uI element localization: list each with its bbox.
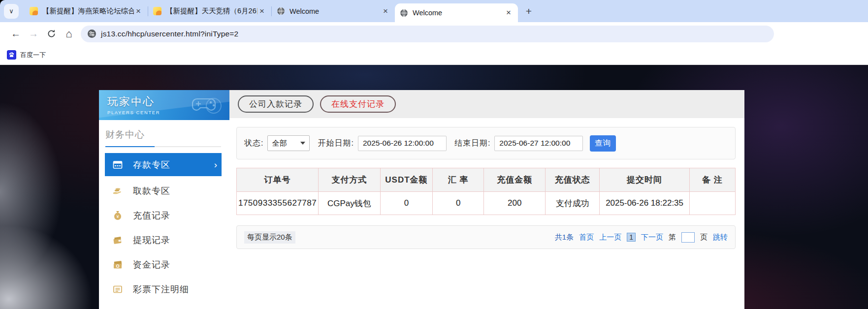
sidebar-item-label: 充值记录 (133, 210, 170, 221)
bookmark-label: 百度一下 (20, 51, 46, 60)
col-remark: 备 注 (689, 168, 735, 192)
next-page-link[interactable]: 下一页 (641, 233, 663, 242)
cell-submit-time: 2025-06-26 18:22:35 (600, 192, 689, 215)
forum-favicon (153, 7, 161, 15)
sidebar-item-fund-records[interactable]: 资金记录 (99, 252, 229, 277)
moneybag-icon: ¥ (112, 210, 123, 221)
deposit-card-icon (112, 159, 123, 170)
pager-controls: 共1条 首页 上一页 1 下一页 第 页 跳转 (555, 232, 728, 243)
table-header-row: 订单号 支付方式 USDT金额 汇 率 充值金额 充值状态 提交时间 备 注 (237, 168, 736, 192)
bookmark-baidu[interactable]: 百度一下 (7, 50, 46, 60)
player-center-panel: 玩家中心 PLAYERS CENTER 财务中心 (99, 90, 744, 309)
forward-arrow-icon: → (29, 28, 38, 39)
section-divider (105, 146, 221, 147)
url-text[interactable]: js13.cc/hhcp/usercenter.html?iniType=2 (101, 30, 238, 38)
tab-welcome-active[interactable]: Welcome × (395, 3, 518, 22)
col-payment-method: 支付方式 (319, 168, 381, 192)
tab-company-deposit-records[interactable]: 公司入款记录 (238, 95, 314, 113)
sidebar-banner: 玩家中心 PLAYERS CENTER (99, 90, 229, 120)
first-page-link[interactable]: 首页 (579, 233, 594, 242)
sidebar-menu: 存款专区 › 取款专区 ¥ 充值记录 (99, 153, 229, 302)
tab-title: 【新提醒】天天竞猜（6月26日 (166, 6, 257, 16)
baidu-paw-icon (7, 50, 16, 60)
home-button[interactable]: ⌂ (60, 25, 78, 43)
current-page-badge: 1 (627, 233, 636, 242)
globe-icon (400, 9, 408, 17)
tab-welcome-1[interactable]: Welcome × (272, 0, 395, 22)
col-recharge-status: 充值状态 (546, 168, 600, 192)
tab-forum-2[interactable]: 【新提醒】天天竞猜（6月26日 × (148, 0, 271, 22)
chevron-down-icon (300, 142, 305, 145)
cell-order-number: 1750933355627787 (237, 192, 319, 215)
list-icon (112, 284, 123, 295)
sidebar-item-recharge-records[interactable]: ¥ 充值记录 (99, 203, 229, 228)
forum-favicon (30, 7, 38, 15)
jump-link[interactable]: 跳转 (713, 233, 728, 242)
end-date-label: 结束日期: (454, 138, 490, 149)
pagination-bar: 每页显示20条 共1条 首页 上一页 1 下一页 第 页 跳转 (236, 225, 736, 249)
jump-page-input[interactable] (681, 232, 695, 243)
tab-search-button[interactable]: ∨ (4, 4, 19, 19)
globe-icon (277, 7, 285, 15)
sidebar-item-label: 取款专区 (133, 185, 170, 197)
sidebar-item-label: 彩票下注明细 (133, 283, 189, 295)
sidebar-item-deposit[interactable]: 存款专区 › (105, 153, 222, 176)
close-icon[interactable]: × (134, 6, 143, 16)
col-usdt-amount: USDT金额 (380, 168, 432, 192)
jump-suffix-text: 页 (700, 233, 707, 242)
forward-button[interactable]: → (25, 25, 42, 43)
page-background: 玩家中心 PLAYERS CENTER 财务中心 (0, 65, 868, 309)
col-submit-time: 提交时间 (600, 168, 689, 192)
cell-remark (689, 192, 735, 215)
section-heading: 财务中心 (105, 128, 221, 141)
finance-section: 财务中心 (99, 120, 229, 147)
close-icon[interactable]: × (381, 6, 390, 16)
browser-toolbar: ← → ⌂ js13.cc/hhcp/usercenter.html?iniTy… (0, 22, 868, 45)
wallet-icon (112, 235, 123, 246)
record-tabs-band: 公司入款记录 在线支付记录 (229, 90, 744, 118)
payment-records-table: 订单号 支付方式 USDT金额 汇 率 充值金额 充值状态 提交时间 备 注 (236, 168, 736, 215)
jump-prefix-text: 第 (669, 233, 676, 242)
tab-strip: ∨ 【新提醒】海燕策略论坛综合交 × 【新提醒】天天竞猜（6月26日 × Wel… (0, 0, 868, 22)
gamepad-icon (192, 95, 223, 115)
end-date-input[interactable] (494, 136, 583, 151)
status-label: 状态: (244, 138, 263, 149)
sidebar-item-lottery-bet-detail[interactable]: 彩票下注明细 (99, 277, 229, 302)
start-date-input[interactable] (358, 136, 447, 151)
reload-icon (47, 29, 56, 38)
sidebar: 玩家中心 PLAYERS CENTER 财务中心 (99, 90, 229, 309)
col-exchange-rate: 汇 率 (433, 168, 484, 192)
query-button[interactable]: 查询 (590, 135, 616, 152)
address-bar[interactable]: js13.cc/hhcp/usercenter.html?iniType=2 (81, 26, 774, 42)
status-select[interactable]: 全部 (267, 135, 310, 151)
status-select-value: 全部 (272, 139, 287, 148)
cell-recharge-amount: 200 (484, 192, 546, 215)
banknote-icon (112, 259, 123, 271)
sidebar-item-label: 资金记录 (133, 259, 170, 271)
sidebar-item-label: 提现记录 (133, 234, 170, 246)
close-icon[interactable]: × (257, 6, 266, 16)
site-settings-icon[interactable] (88, 30, 96, 38)
cell-usdt-amount: 0 (380, 192, 432, 215)
page-size-text: 每页显示20条 (244, 231, 295, 244)
plus-icon: + (526, 5, 532, 17)
sidebar-item-withdraw-records[interactable]: 提现记录 (99, 228, 229, 252)
tab-title: Welcome (413, 9, 504, 17)
close-icon[interactable]: × (504, 8, 513, 18)
reload-button[interactable] (42, 25, 60, 43)
sidebar-item-label: 存款专区 (133, 159, 170, 171)
tab-online-payment-records[interactable]: 在线支付记录 (320, 95, 396, 113)
browser-window: ∨ 【新提醒】海燕策略论坛综合交 × 【新提醒】天天竞猜（6月26日 × Wel… (0, 0, 868, 309)
table-row: 1750933355627787 CGPay钱包 0 0 200 支付成功 20… (237, 192, 736, 215)
total-count-text: 共1条 (555, 233, 574, 242)
prev-page-link[interactable]: 上一页 (599, 233, 621, 242)
chevron-right-icon: › (214, 159, 217, 170)
new-tab-button[interactable]: + (522, 4, 536, 18)
tab-title: 【新提醒】海燕策略论坛综合交 (42, 6, 134, 16)
withdraw-hand-icon (112, 185, 123, 197)
back-button[interactable]: ← (7, 25, 25, 43)
main-content: 公司入款记录 在线支付记录 状态: 全部 开始日期: 结束日期: (229, 90, 744, 309)
tab-forum-1[interactable]: 【新提醒】海燕策略论坛综合交 × (25, 0, 148, 22)
sidebar-item-withdraw[interactable]: 取款专区 (99, 179, 229, 203)
cell-recharge-status: 支付成功 (546, 192, 600, 215)
